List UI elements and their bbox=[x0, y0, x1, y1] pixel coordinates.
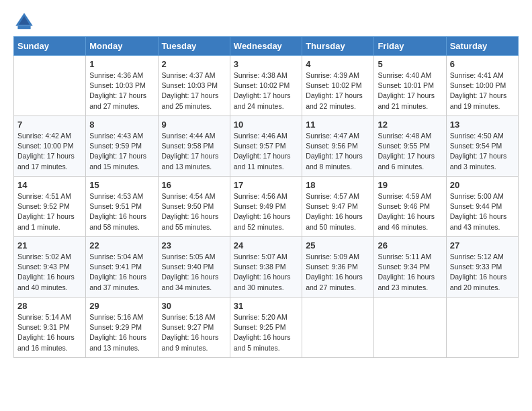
day-info: Sunrise: 5:20 AM Sunset: 9:25 PM Dayligh… bbox=[234, 312, 298, 353]
header-cell-monday: Monday bbox=[86, 37, 158, 56]
calendar-cell: 16Sunrise: 4:54 AM Sunset: 9:50 PM Dayli… bbox=[158, 177, 230, 237]
day-number: 27 bbox=[450, 240, 515, 250]
day-info: Sunrise: 4:36 AM Sunset: 10:03 PM Daylig… bbox=[89, 71, 154, 111]
logo-icon bbox=[13, 11, 35, 32]
calendar-cell: 3Sunrise: 4:38 AM Sunset: 10:02 PM Dayli… bbox=[230, 56, 302, 116]
day-number: 25 bbox=[306, 240, 370, 250]
day-info: Sunrise: 4:54 AM Sunset: 9:50 PM Dayligh… bbox=[162, 191, 226, 232]
page-header bbox=[13, 11, 519, 32]
day-number: 10 bbox=[234, 120, 298, 130]
calendar-cell: 23Sunrise: 5:05 AM Sunset: 9:40 PM Dayli… bbox=[158, 237, 230, 298]
day-number: 30 bbox=[162, 301, 226, 311]
svg-rect-2 bbox=[17, 26, 30, 29]
day-info: Sunrise: 5:02 AM Sunset: 9:43 PM Dayligh… bbox=[17, 252, 82, 293]
day-info: Sunrise: 5:00 AM Sunset: 9:44 PM Dayligh… bbox=[450, 191, 515, 232]
day-number: 16 bbox=[162, 180, 226, 190]
day-info: Sunrise: 4:51 AM Sunset: 9:52 PM Dayligh… bbox=[17, 191, 82, 232]
calendar-cell bbox=[446, 298, 518, 358]
day-number: 6 bbox=[450, 59, 515, 69]
day-number: 2 bbox=[162, 59, 226, 69]
calendar-cell: 10Sunrise: 4:46 AM Sunset: 9:57 PM Dayli… bbox=[230, 116, 302, 177]
calendar-cell: 13Sunrise: 4:50 AM Sunset: 9:54 PM Dayli… bbox=[446, 116, 518, 177]
calendar-cell: 12Sunrise: 4:48 AM Sunset: 9:55 PM Dayli… bbox=[374, 116, 446, 177]
calendar-cell: 30Sunrise: 5:18 AM Sunset: 9:27 PM Dayli… bbox=[158, 298, 230, 358]
day-number: 17 bbox=[234, 180, 298, 190]
calendar-cell: 1Sunrise: 4:36 AM Sunset: 10:03 PM Dayli… bbox=[86, 56, 158, 116]
day-number: 28 bbox=[17, 301, 82, 311]
day-number: 11 bbox=[306, 120, 370, 130]
day-info: Sunrise: 4:37 AM Sunset: 10:03 PM Daylig… bbox=[162, 71, 226, 111]
day-info: Sunrise: 4:53 AM Sunset: 9:51 PM Dayligh… bbox=[89, 191, 154, 232]
day-number: 31 bbox=[234, 301, 298, 311]
day-info: Sunrise: 5:16 AM Sunset: 9:29 PM Dayligh… bbox=[89, 312, 154, 353]
logo bbox=[13, 11, 38, 32]
week-row-2: 7Sunrise: 4:42 AM Sunset: 10:00 PM Dayli… bbox=[14, 116, 519, 177]
day-info: Sunrise: 4:44 AM Sunset: 9:58 PM Dayligh… bbox=[162, 131, 226, 172]
day-number: 4 bbox=[306, 59, 370, 69]
day-info: Sunrise: 5:14 AM Sunset: 9:31 PM Dayligh… bbox=[17, 312, 82, 353]
calendar-cell: 21Sunrise: 5:02 AM Sunset: 9:43 PM Dayli… bbox=[14, 237, 86, 298]
week-row-4: 21Sunrise: 5:02 AM Sunset: 9:43 PM Dayli… bbox=[14, 237, 519, 298]
day-info: Sunrise: 4:57 AM Sunset: 9:47 PM Dayligh… bbox=[306, 191, 370, 232]
day-info: Sunrise: 4:40 AM Sunset: 10:01 PM Daylig… bbox=[378, 71, 442, 111]
calendar-cell: 22Sunrise: 5:04 AM Sunset: 9:41 PM Dayli… bbox=[86, 237, 158, 298]
calendar-cell: 17Sunrise: 4:56 AM Sunset: 9:49 PM Dayli… bbox=[230, 177, 302, 237]
header-cell-tuesday: Tuesday bbox=[158, 37, 230, 56]
day-number: 1 bbox=[89, 59, 154, 69]
calendar-cell: 14Sunrise: 4:51 AM Sunset: 9:52 PM Dayli… bbox=[14, 177, 86, 237]
day-number: 15 bbox=[89, 180, 154, 190]
calendar-cell: 18Sunrise: 4:57 AM Sunset: 9:47 PM Dayli… bbox=[302, 177, 374, 237]
calendar-cell: 4Sunrise: 4:39 AM Sunset: 10:02 PM Dayli… bbox=[302, 56, 374, 116]
day-info: Sunrise: 4:43 AM Sunset: 9:59 PM Dayligh… bbox=[89, 131, 154, 172]
day-number: 22 bbox=[89, 240, 154, 250]
week-row-5: 28Sunrise: 5:14 AM Sunset: 9:31 PM Dayli… bbox=[14, 298, 519, 358]
header-cell-wednesday: Wednesday bbox=[230, 37, 302, 56]
calendar-cell: 5Sunrise: 4:40 AM Sunset: 10:01 PM Dayli… bbox=[374, 56, 446, 116]
day-info: Sunrise: 5:12 AM Sunset: 9:33 PM Dayligh… bbox=[450, 252, 515, 293]
calendar-cell: 6Sunrise: 4:41 AM Sunset: 10:00 PM Dayli… bbox=[446, 56, 518, 116]
calendar-cell: 25Sunrise: 5:09 AM Sunset: 9:36 PM Dayli… bbox=[302, 237, 374, 298]
day-number: 20 bbox=[450, 180, 515, 190]
day-info: Sunrise: 4:41 AM Sunset: 10:00 PM Daylig… bbox=[450, 71, 515, 111]
day-info: Sunrise: 4:39 AM Sunset: 10:02 PM Daylig… bbox=[306, 71, 370, 111]
calendar-cell bbox=[14, 56, 86, 116]
calendar-cell bbox=[302, 298, 374, 358]
calendar-header: SundayMondayTuesdayWednesdayThursdayFrid… bbox=[14, 37, 519, 56]
day-number: 5 bbox=[378, 59, 442, 69]
calendar-cell: 2Sunrise: 4:37 AM Sunset: 10:03 PM Dayli… bbox=[158, 56, 230, 116]
day-info: Sunrise: 5:09 AM Sunset: 9:36 PM Dayligh… bbox=[306, 252, 370, 293]
header-cell-thursday: Thursday bbox=[302, 37, 374, 56]
calendar-cell: 11Sunrise: 4:47 AM Sunset: 9:56 PM Dayli… bbox=[302, 116, 374, 177]
day-info: Sunrise: 4:42 AM Sunset: 10:00 PM Daylig… bbox=[17, 131, 82, 172]
calendar-cell: 9Sunrise: 4:44 AM Sunset: 9:58 PM Daylig… bbox=[158, 116, 230, 177]
day-number: 3 bbox=[234, 59, 298, 69]
day-number: 13 bbox=[450, 120, 515, 130]
calendar-body: 1Sunrise: 4:36 AM Sunset: 10:03 PM Dayli… bbox=[14, 56, 519, 358]
day-info: Sunrise: 5:04 AM Sunset: 9:41 PM Dayligh… bbox=[89, 252, 154, 293]
day-info: Sunrise: 5:07 AM Sunset: 9:38 PM Dayligh… bbox=[234, 252, 298, 293]
calendar-cell: 7Sunrise: 4:42 AM Sunset: 10:00 PM Dayli… bbox=[14, 116, 86, 177]
calendar-cell bbox=[374, 298, 446, 358]
day-number: 23 bbox=[162, 240, 226, 250]
calendar-cell: 26Sunrise: 5:11 AM Sunset: 9:34 PM Dayli… bbox=[374, 237, 446, 298]
header-cell-friday: Friday bbox=[374, 37, 446, 56]
header-row: SundayMondayTuesdayWednesdayThursdayFrid… bbox=[14, 37, 519, 56]
week-row-3: 14Sunrise: 4:51 AM Sunset: 9:52 PM Dayli… bbox=[14, 177, 519, 237]
day-number: 18 bbox=[306, 180, 370, 190]
week-row-1: 1Sunrise: 4:36 AM Sunset: 10:03 PM Dayli… bbox=[14, 56, 519, 116]
header-cell-sunday: Sunday bbox=[14, 37, 86, 56]
calendar-table: SundayMondayTuesdayWednesdayThursdayFrid… bbox=[13, 36, 519, 358]
day-info: Sunrise: 4:56 AM Sunset: 9:49 PM Dayligh… bbox=[234, 191, 298, 232]
calendar-cell: 28Sunrise: 5:14 AM Sunset: 9:31 PM Dayli… bbox=[14, 298, 86, 358]
calendar-cell: 15Sunrise: 4:53 AM Sunset: 9:51 PM Dayli… bbox=[86, 177, 158, 237]
day-info: Sunrise: 5:11 AM Sunset: 9:34 PM Dayligh… bbox=[378, 252, 442, 293]
calendar-cell: 20Sunrise: 5:00 AM Sunset: 9:44 PM Dayli… bbox=[446, 177, 518, 237]
day-info: Sunrise: 4:59 AM Sunset: 9:46 PM Dayligh… bbox=[378, 191, 442, 232]
day-info: Sunrise: 4:50 AM Sunset: 9:54 PM Dayligh… bbox=[450, 131, 515, 172]
day-number: 29 bbox=[89, 301, 154, 311]
day-number: 19 bbox=[378, 180, 442, 190]
day-info: Sunrise: 4:46 AM Sunset: 9:57 PM Dayligh… bbox=[234, 131, 298, 172]
day-number: 21 bbox=[17, 240, 82, 250]
day-number: 24 bbox=[234, 240, 298, 250]
calendar-cell: 31Sunrise: 5:20 AM Sunset: 9:25 PM Dayli… bbox=[230, 298, 302, 358]
